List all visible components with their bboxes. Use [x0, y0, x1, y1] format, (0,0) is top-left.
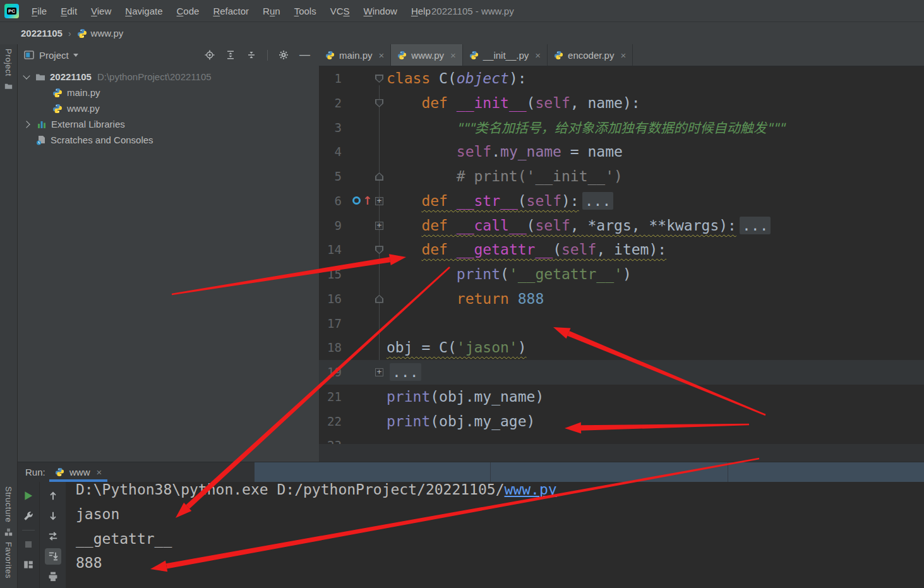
code-line-23[interactable]: 23: [319, 433, 924, 444]
breadcrumb-separator-icon: ›: [68, 28, 71, 39]
down-stack-icon[interactable]: [45, 508, 61, 524]
run-header-focused-area: [255, 462, 924, 482]
tab--init-py[interactable]: __init__.py×: [463, 44, 548, 66]
close-icon[interactable]: ×: [450, 51, 456, 60]
editor-tab-bar: main.py×www.py×__init__.py×encoder.py×: [319, 44, 924, 66]
tab-www-py[interactable]: www.py×: [391, 44, 462, 66]
menu-tools[interactable]: Tools: [287, 6, 323, 16]
pycharm-window: PC FileEditViewNavigateCodeRefactorRunTo…: [0, 0, 924, 588]
close-icon[interactable]: ×: [97, 467, 102, 477]
fold-marker-plus[interactable]: +: [375, 222, 383, 230]
fold-marker-open[interactable]: [375, 246, 383, 254]
hide-panel-icon[interactable]: —: [299, 52, 310, 58]
console-line-4: 888: [66, 551, 924, 575]
close-icon[interactable]: ×: [620, 51, 626, 60]
project-panel-title[interactable]: Project: [39, 50, 69, 61]
tab-label: www.py: [411, 50, 444, 61]
project-tree: 20221105D:\pythonProject\20221105main.py…: [18, 66, 319, 148]
locate-icon[interactable]: [205, 50, 215, 60]
menu-window[interactable]: Window: [357, 6, 404, 16]
scroll-to-end-icon[interactable]: [45, 548, 61, 565]
stripe-project-button[interactable]: Project: [4, 49, 13, 76]
divider: [267, 50, 268, 61]
code-editor[interactable]: 1class C(object):2 def __init__(self, na…: [319, 66, 924, 444]
code-line-1[interactable]: 1class C(object):: [319, 66, 924, 91]
code-line-19[interactable]: 19+...: [319, 360, 924, 385]
rerun-icon[interactable]: [20, 488, 37, 504]
menu-view[interactable]: View: [84, 6, 118, 16]
tree-item-external-libraries[interactable]: External Libraries: [18, 116, 319, 132]
console-file-link[interactable]: www.py: [505, 482, 557, 498]
stop-icon[interactable]: [20, 536, 37, 553]
code-line-22[interactable]: 22print(obj.my_age): [319, 409, 924, 434]
menu-edit[interactable]: Edit: [54, 6, 84, 16]
tree-item-20221105[interactable]: 20221105D:\pythonProject\20221105: [18, 69, 319, 85]
breadcrumb: 20221105 › www.py: [0, 22, 924, 44]
code-text: self.my_name = name: [387, 140, 623, 164]
menu-navigate[interactable]: Navigate: [118, 6, 169, 16]
settings-wrench-icon[interactable]: [20, 508, 37, 524]
settings-gear-icon[interactable]: [279, 50, 289, 60]
line-number: 14: [319, 237, 342, 262]
code-line-3[interactable]: 3 """类名加括号，给对象添加独有数据的时候自动触发""": [319, 116, 924, 140]
collapse-all-icon[interactable]: [246, 50, 256, 60]
restore-layout-icon[interactable]: [20, 556, 37, 573]
tab-label: main.py: [339, 50, 373, 61]
tree-item-name: main.py: [67, 87, 100, 98]
code-line-15[interactable]: 15 print('__getattr__'): [319, 262, 924, 287]
fold-marker-open[interactable]: [375, 75, 383, 83]
code-line-17[interactable]: 17: [319, 311, 924, 336]
stripe-favorites-button[interactable]: Favorites: [4, 542, 13, 579]
code-line-18[interactable]: 18obj = C('jason'): [319, 335, 924, 360]
code-line-16[interactable]: 16 return 888: [319, 287, 924, 311]
code-line-14[interactable]: 14 def __getattr__(self, item):: [319, 237, 924, 262]
close-icon[interactable]: ×: [535, 51, 541, 60]
breadcrumb-project[interactable]: 20221105: [21, 28, 63, 39]
menu-file[interactable]: File: [25, 6, 54, 16]
close-icon[interactable]: ×: [379, 51, 385, 60]
tree-item-www-py[interactable]: www.py: [18, 100, 319, 116]
code-line-6[interactable]: 6↑+ def __str__(self):...: [319, 189, 924, 213]
window-title: 20221105 - www.py: [431, 0, 514, 22]
folder-icon[interactable]: [4, 82, 13, 90]
editor-bottom-strip: [319, 444, 924, 462]
fold-marker-close[interactable]: [375, 172, 383, 181]
fold-marker-close[interactable]: [375, 295, 383, 303]
line-number: 15: [319, 262, 342, 287]
chevron-down-icon[interactable]: [73, 54, 78, 57]
tree-item-name: 20221105: [50, 71, 92, 82]
console-line-3: __getattr__: [66, 527, 924, 551]
tree-item-main-py[interactable]: main.py: [18, 85, 319, 100]
divider: [22, 530, 35, 531]
tab-encoder-py[interactable]: encoder.py×: [548, 44, 633, 66]
menu-refactor[interactable]: Refactor: [206, 6, 256, 16]
up-stack-icon[interactable]: [45, 488, 61, 504]
breadcrumb-file[interactable]: www.py: [91, 28, 124, 39]
fold-marker-plus[interactable]: +: [375, 197, 383, 205]
tab-main-py[interactable]: main.py×: [319, 44, 391, 66]
run-tab-www[interactable]: www ×: [49, 462, 107, 482]
fold-marker-plus[interactable]: +: [375, 368, 383, 376]
line-number: 23: [319, 433, 342, 444]
line-number: 17: [319, 311, 342, 336]
override-gutter-icon[interactable]: [352, 196, 361, 205]
print-icon[interactable]: [45, 568, 61, 585]
line-number: 19: [319, 360, 342, 385]
code-line-5[interactable]: 5 # print('__init__'): [319, 164, 924, 189]
code-line-4[interactable]: 4 self.my_name = name: [319, 140, 924, 164]
structure-blocks-icon[interactable]: [4, 528, 13, 536]
fold-marker-open[interactable]: [375, 99, 383, 107]
run-console[interactable]: D:\Python38\python.exe D:/pythonProject/…: [66, 482, 924, 588]
code-line-21[interactable]: 21print(obj.my_name): [319, 385, 924, 409]
tree-item-scratches-and-consoles[interactable]: Scratches and Consoles: [18, 132, 319, 148]
menu-code[interactable]: Code: [170, 6, 207, 16]
stripe-structure-button[interactable]: Structure: [4, 486, 13, 522]
menu-vcs[interactable]: VCS: [323, 6, 357, 16]
expand-all-icon[interactable]: [225, 50, 236, 60]
tree-item-path: D:\pythonProject\20221105: [97, 71, 212, 82]
project-tool-icon: [24, 50, 34, 60]
code-line-2[interactable]: 2 def __init__(self, name):: [319, 91, 924, 116]
code-line-9[interactable]: 9+ def __call__(self, *args, **kwargs):.…: [319, 213, 924, 238]
swap-icon[interactable]: [45, 528, 61, 544]
menu-run[interactable]: Run: [256, 6, 287, 16]
